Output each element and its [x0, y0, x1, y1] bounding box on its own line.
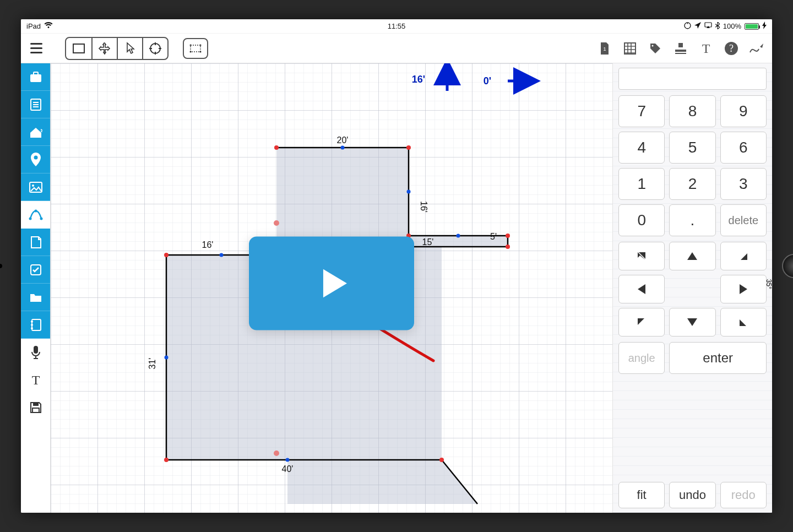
sidebar-list[interactable]: [21, 91, 50, 118]
arrow-right[interactable]: [720, 275, 767, 303]
key-delete[interactable]: delete: [720, 204, 767, 236]
arrow-up-right[interactable]: [720, 242, 767, 270]
key-8[interactable]: 8: [669, 95, 715, 127]
arrow-down[interactable]: [669, 308, 715, 336]
svg-point-18: [34, 155, 37, 159]
svg-point-45: [286, 458, 290, 462]
arrow-up[interactable]: [669, 242, 715, 270]
svg-point-5: [190, 44, 192, 46]
dim-mid-16: 16': [202, 240, 214, 249]
svg-point-21: [29, 218, 31, 220]
svg-rect-26: [34, 346, 38, 354]
tool-select[interactable]: [117, 38, 142, 59]
key-dot[interactable]: .: [669, 204, 715, 236]
help-button[interactable]: ?: [720, 37, 742, 59]
tool-target[interactable]: [142, 38, 167, 59]
text-button[interactable]: T: [695, 37, 717, 59]
arrow-up-left[interactable]: [618, 242, 665, 270]
menu-button[interactable]: [25, 37, 47, 59]
key-undo[interactable]: undo: [669, 482, 715, 508]
tool-move[interactable]: [91, 38, 117, 59]
sidebar-text[interactable]: T: [21, 366, 50, 394]
device-camera-dot: [0, 264, 2, 268]
sidebar-mic[interactable]: [21, 339, 50, 366]
key-9[interactable]: 9: [720, 95, 767, 127]
stamp-button[interactable]: [670, 37, 692, 59]
dim-left-31: 31': [148, 358, 157, 370]
arrow-down-left[interactable]: [618, 308, 665, 336]
dim-right-16: 16': [419, 201, 428, 213]
device-label: iPad: [26, 22, 41, 30]
svg-rect-25: [32, 319, 41, 330]
arrow-left[interactable]: [618, 275, 665, 303]
key-1[interactable]: 1: [618, 168, 665, 200]
angle-35-label: 35°: [765, 279, 772, 289]
airplay-icon: [704, 22, 712, 30]
tag-button[interactable]: [644, 37, 666, 59]
sidebar-sketch-active[interactable]: [21, 201, 50, 229]
sidebar-folder[interactable]: [21, 284, 50, 311]
sidebar-image[interactable]: [21, 173, 50, 201]
tool-dimension[interactable]: [183, 38, 208, 59]
svg-text:T: T: [31, 373, 40, 387]
numpad-display[interactable]: [618, 68, 767, 90]
arrow-down-right[interactable]: [720, 308, 767, 336]
svg-point-46: [274, 220, 279, 226]
svg-marker-58: [740, 319, 746, 326]
video-play-button[interactable]: [249, 237, 414, 330]
svg-point-44: [165, 356, 169, 360]
svg-point-23: [40, 218, 42, 220]
key-4[interactable]: 4: [618, 132, 665, 164]
sketch-canvas[interactable]: 20' 16' 5' 15' 16' 31' 40' 16' 0': [51, 63, 612, 513]
key-2[interactable]: 2: [669, 168, 715, 200]
svg-point-41: [341, 146, 345, 150]
battery-icon: [745, 23, 759, 30]
svg-point-32: [164, 253, 169, 257]
left-sidebar: T: [21, 63, 51, 513]
charging-bolt-icon: [762, 21, 767, 31]
draw-button[interactable]: [746, 37, 768, 59]
sidebar-note[interactable]: [21, 229, 50, 256]
svg-point-47: [274, 450, 279, 456]
sidebar-location[interactable]: [21, 146, 50, 173]
top-toolbar: 1 T ?: [21, 34, 772, 63]
svg-rect-16: [34, 72, 38, 75]
sidebar-notebook[interactable]: [21, 311, 50, 339]
dim-right-5: 5': [490, 232, 497, 241]
svg-point-40: [220, 253, 224, 257]
sidebar-checklist[interactable]: [21, 256, 50, 284]
key-6[interactable]: 6: [720, 132, 767, 164]
svg-point-33: [274, 145, 279, 150]
svg-rect-15: [30, 74, 41, 82]
key-3[interactable]: 3: [720, 168, 767, 200]
offset-right: 0': [484, 75, 491, 86]
tool-rectangle[interactable]: [66, 38, 91, 59]
svg-rect-4: [191, 45, 200, 52]
offset-up: 16': [412, 74, 425, 85]
key-angle[interactable]: angle: [618, 342, 665, 374]
dim-mid-15: 15': [422, 237, 434, 247]
key-enter[interactable]: enter: [669, 342, 767, 374]
key-redo[interactable]: redo: [720, 482, 767, 508]
svg-marker-53: [741, 253, 747, 260]
key-7[interactable]: 7: [618, 95, 665, 127]
key-5[interactable]: 5: [669, 132, 715, 164]
sidebar-save[interactable]: [21, 394, 50, 421]
svg-point-43: [457, 234, 460, 238]
arrow-center-blank: [669, 275, 715, 303]
svg-marker-54: [638, 284, 645, 294]
sidebar-briefcase[interactable]: [21, 63, 50, 91]
page-button[interactable]: 1: [594, 37, 616, 59]
key-fit[interactable]: fit: [618, 482, 665, 508]
svg-point-8: [200, 51, 202, 52]
sidebar-home[interactable]: [21, 118, 50, 146]
svg-marker-57: [687, 318, 697, 326]
svg-marker-55: [740, 284, 747, 294]
svg-text:1: 1: [603, 46, 606, 52]
key-0[interactable]: 0: [618, 204, 665, 236]
status-time: 11:55: [388, 22, 406, 30]
dim-bottom-40: 40': [282, 464, 294, 474]
device-home-button[interactable]: [782, 254, 793, 278]
svg-point-22: [34, 210, 37, 213]
calc-button[interactable]: [619, 37, 641, 59]
